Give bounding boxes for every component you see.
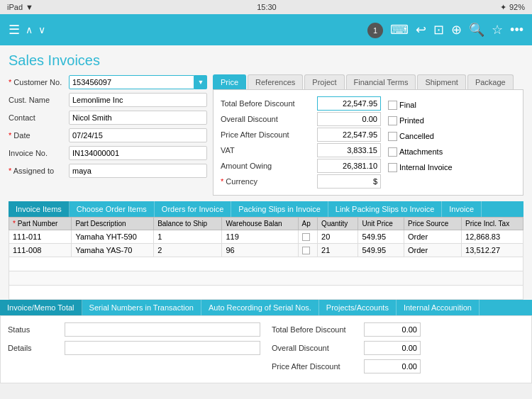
overall-discount-label: Overall Discount xyxy=(221,115,313,123)
tab-package[interactable]: Package xyxy=(467,74,514,89)
internal-invoice-label: Internal Invoice xyxy=(399,163,453,172)
date-label: * Date xyxy=(9,131,69,140)
bottom-overall-discount-value: 0.00 xyxy=(364,341,421,355)
cust-name-input[interactable] xyxy=(69,93,207,107)
invoice-no-row: Invoice No. xyxy=(9,145,207,161)
toolbar-left: ☰ ∧ ∨ xyxy=(9,22,45,38)
table-row-empty xyxy=(9,286,523,300)
notify-icon[interactable]: 1 xyxy=(367,22,383,38)
customer-no-row: * Customer No. ▼ xyxy=(9,74,207,90)
status-printed: Printed xyxy=(388,113,453,128)
tab-price[interactable]: Price xyxy=(213,74,246,89)
section-tab-invoice-items[interactable]: Invoice Items xyxy=(9,201,70,217)
date-input[interactable] xyxy=(69,128,207,142)
final-label: Final xyxy=(399,101,416,109)
cancelled-checkbox[interactable] xyxy=(388,132,397,141)
assigned-to-input[interactable] xyxy=(69,164,207,178)
bottom-total-before-discount-row: Total Before Discount 0.00 xyxy=(272,322,524,337)
toolbar: ☰ ∧ ∨ 1 ⌨ ↩ ⊡ ⊕ 🔍 ☆ ••• xyxy=(0,14,532,45)
amount-owing-row: Amount Owing 26,381.10 xyxy=(221,158,381,174)
tab-financial-terms[interactable]: Financial Terms xyxy=(346,74,416,89)
invoice-no-input[interactable] xyxy=(69,146,207,160)
contact-input[interactable] xyxy=(69,111,207,125)
currency-label: * Currency xyxy=(221,177,313,186)
star-icon[interactable]: ☆ xyxy=(492,22,503,38)
price-form: Total Before Discount 22,547.95 Overall … xyxy=(221,96,381,189)
section-tab-packing-slips[interactable]: Packing Slips in Invoice xyxy=(231,201,328,217)
tab-references[interactable]: References xyxy=(248,74,303,89)
grid-icon[interactable]: ⊡ xyxy=(433,22,444,38)
toolbar-right: 1 ⌨ ↩ ⊡ ⊕ 🔍 ☆ ••• xyxy=(367,22,523,38)
cell-price-incl-tax: 12,868.83 xyxy=(462,230,523,244)
bottom-tabs: Invoice/Memo Total Serial Numbers in Tra… xyxy=(0,300,532,315)
wifi-icon: ▼ xyxy=(26,3,33,11)
overall-discount-value: 0.00 xyxy=(317,112,381,126)
table-row-empty xyxy=(9,257,523,271)
menu-icon[interactable]: ☰ xyxy=(9,22,20,38)
internal-invoice-checkbox[interactable] xyxy=(388,163,397,172)
nav-down-icon[interactable]: ∨ xyxy=(38,24,45,35)
bottom-tab-projects-accounts[interactable]: Projects/Accounts xyxy=(319,300,397,315)
col-price-incl-tax: Price Incl. Tax xyxy=(462,218,523,230)
keyboard-icon[interactable]: ⌨ xyxy=(390,22,409,38)
attachments-checkbox[interactable] xyxy=(388,147,397,157)
section-tab-orders-for-invoice[interactable]: Orders for Invoice xyxy=(155,201,231,217)
col-part-number: * Part Number xyxy=(9,218,72,230)
add-icon[interactable]: ⊕ xyxy=(451,22,462,38)
cell-warehouse-balance: 119 xyxy=(222,230,298,244)
date-row: * Date xyxy=(9,128,207,143)
cell-ap xyxy=(298,230,318,244)
section-tab-choose-order-items[interactable]: Choose Order Items xyxy=(70,201,155,217)
battery-label: 92% xyxy=(509,3,525,11)
tabs-panel: Price References Project Financial Terms… xyxy=(213,74,523,196)
printed-checkbox[interactable] xyxy=(388,116,397,125)
final-checkbox[interactable] xyxy=(388,101,397,110)
cell-price-source: Order xyxy=(404,244,462,257)
customer-no-field[interactable]: ▼ xyxy=(69,75,207,89)
nav-up-icon[interactable]: ∧ xyxy=(26,24,33,35)
more-icon[interactable]: ••• xyxy=(510,23,523,38)
cell-part-description: Yamaha YAS-70 xyxy=(72,244,154,257)
status-input[interactable] xyxy=(65,322,260,337)
bottom-tab-auto-recording[interactable]: Auto Recording of Serial Nos. xyxy=(201,300,319,315)
col-price-source: Price Source xyxy=(404,218,462,230)
tab-content-price: Total Before Discount 22,547.95 Overall … xyxy=(213,89,523,196)
invoice-items-table: * Part Number Part Description Balance t… xyxy=(9,217,523,300)
bottom-content: Status Details Total Before Discount 0.0… xyxy=(0,315,532,383)
customer-no-dropdown[interactable]: ▼ xyxy=(194,75,207,89)
table-row[interactable]: 111-008 Yamaha YAS-70 2 96 21 549.95 Ord… xyxy=(9,244,523,257)
vat-value: 3,833.15 xyxy=(317,143,381,157)
status-bar-left: iPad ▼ xyxy=(7,3,33,11)
cell-part-number: 111-011 xyxy=(9,230,72,244)
carrier-label: iPad xyxy=(7,3,23,11)
bottom-overall-discount-label: Overall Discount xyxy=(272,344,364,352)
tab-project[interactable]: Project xyxy=(304,74,344,89)
section-tab-link-packing-slips[interactable]: Link Packing Slips to Invoice xyxy=(328,201,442,217)
bottom-section: Invoice/Memo Total Serial Numbers in Tra… xyxy=(0,300,532,383)
status-checkboxes: Final Printed Cancelled Attachments xyxy=(388,96,453,189)
table-row-empty xyxy=(9,271,523,286)
undo-icon[interactable]: ↩ xyxy=(416,22,426,38)
total-before-discount-label: Total Before Discount xyxy=(221,99,313,108)
form-fields: * Customer No. ▼ Cust. Name Contact * xyxy=(9,74,207,196)
status-bar: iPad ▼ 15:30 ✦ 92% xyxy=(0,0,532,14)
bottom-tab-serial-numbers[interactable]: Serial Numbers in Transaction xyxy=(82,300,201,315)
cell-warehouse-balance: 96 xyxy=(222,244,298,257)
total-before-discount-value: 22,547.95 xyxy=(317,96,381,111)
customer-no-input[interactable] xyxy=(69,75,194,89)
search-icon[interactable]: 🔍 xyxy=(469,22,484,38)
details-input[interactable] xyxy=(65,341,260,355)
section-tab-invoice[interactable]: Invoice xyxy=(442,201,482,217)
bottom-tab-invoice-memo-total[interactable]: Invoice/Memo Total xyxy=(0,300,82,315)
invoice-no-label: Invoice No. xyxy=(9,149,69,157)
bottom-tab-internal-accounition[interactable]: Internal Accounition xyxy=(397,300,480,315)
cell-quantity: 21 xyxy=(318,244,358,257)
cancelled-label: Cancelled xyxy=(399,132,434,140)
tab-shipment[interactable]: Shipment xyxy=(417,74,465,89)
col-quantity: Quantity xyxy=(318,218,358,230)
form-panel: * Customer No. ▼ Cust. Name Contact * xyxy=(9,74,523,196)
cust-name-label: Cust. Name xyxy=(9,96,69,104)
table-row[interactable]: 111-011 Yamaha YHT-590 1 119 20 549.95 O… xyxy=(9,230,523,244)
attachments-label: Attachments xyxy=(399,147,443,156)
vat-label: VAT xyxy=(221,146,313,154)
